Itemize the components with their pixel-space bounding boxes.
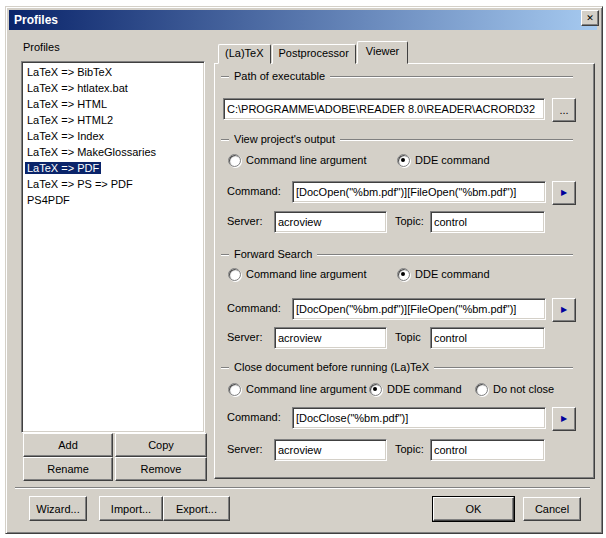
ok-button[interactable]: OK <box>433 497 514 521</box>
right-arrow-icon: ▶ <box>561 415 567 423</box>
close-donot-radio[interactable]: Do not close <box>475 383 554 395</box>
radio-icon <box>228 154 241 167</box>
view-dde-radio[interactable]: DDE command <box>397 154 490 166</box>
path-of-executable-group: Path of executable <box>221 71 573 83</box>
profiles-list-label: Profiles <box>23 41 60 53</box>
executable-path-input[interactable] <box>223 98 545 120</box>
footer-separator <box>15 487 590 489</box>
group-title: View project's output <box>229 133 340 145</box>
rename-button[interactable]: Rename <box>23 457 113 481</box>
server-label: Server: <box>227 215 262 227</box>
close-command-expand-button[interactable]: ▶ <box>552 407 576 431</box>
topic-label: Topic <box>395 331 421 343</box>
fwd-topic-input[interactable] <box>430 327 545 349</box>
viewer-tab-page: Path of executable ... View project's ou… <box>214 63 595 479</box>
radio-icon <box>475 383 488 396</box>
list-item[interactable]: LaTeX => HTML2 <box>22 112 204 128</box>
view-topic-input[interactable] <box>430 211 545 233</box>
radio-icon <box>369 383 382 396</box>
title-bar[interactable]: Profiles <box>9 10 597 30</box>
close-command-input[interactable] <box>292 407 546 429</box>
browse-button[interactable]: ... <box>552 98 576 122</box>
add-button[interactable]: Add <box>23 433 113 457</box>
topic-label: Topic: <box>395 443 424 455</box>
copy-button[interactable]: Copy <box>115 433 207 457</box>
profiles-dialog: Profiles ✕ Profiles LaTeX => BibTeX LaTe… <box>5 6 603 534</box>
server-label: Server: <box>227 331 262 343</box>
group-title: Path of executable <box>229 70 330 82</box>
radio-icon <box>397 154 410 167</box>
tab-viewer[interactable]: Viewer <box>357 41 408 64</box>
command-label: Command: <box>227 302 281 314</box>
close-icon: ✕ <box>586 14 594 23</box>
list-item[interactable]: LaTeX => MakeGlossaries <box>22 144 204 160</box>
view-output-group: View project's output <box>221 134 573 146</box>
radio-icon <box>228 383 241 396</box>
list-item-selected[interactable]: LaTeX => PDF <box>22 160 204 176</box>
list-item[interactable]: PS4PDF <box>22 192 204 208</box>
cancel-button[interactable]: Cancel <box>523 497 581 521</box>
tab-latex[interactable]: (La)TeX <box>218 44 271 64</box>
export-button[interactable]: Export... <box>163 496 230 521</box>
view-command-input[interactable] <box>292 181 546 203</box>
close-document-group: Close document before running (La)TeX <box>221 362 573 374</box>
remove-button[interactable]: Remove <box>115 457 207 481</box>
wizard-button[interactable]: Wizard... <box>29 496 87 521</box>
radio-icon <box>397 268 410 281</box>
list-item[interactable]: LaTeX => PS => PDF <box>22 176 204 192</box>
tab-strip: (La)TeX Postprocessor Viewer <box>218 43 409 64</box>
list-item[interactable]: LaTeX => htlatex.bat <box>22 80 204 96</box>
profiles-listbox[interactable]: LaTeX => BibTeX LaTeX => htlatex.bat LaT… <box>21 61 205 433</box>
group-title: Close document before running (La)TeX <box>229 361 434 373</box>
list-item[interactable]: LaTeX => BibTeX <box>22 64 204 80</box>
tab-postprocessor[interactable]: Postprocessor <box>272 44 356 64</box>
list-item[interactable]: LaTeX => HTML <box>22 96 204 112</box>
view-command-expand-button[interactable]: ▶ <box>552 181 576 205</box>
command-label: Command: <box>227 411 281 423</box>
close-dde-radio[interactable]: DDE command <box>369 383 462 395</box>
command-label: Command: <box>227 185 281 197</box>
fwd-cmdline-radio[interactable]: Command line argument <box>228 268 366 280</box>
import-button[interactable]: Import... <box>99 496 163 521</box>
view-cmdline-radio[interactable]: Command line argument <box>228 154 366 166</box>
topic-label: Topic: <box>395 215 424 227</box>
fwd-command-expand-button[interactable]: ▶ <box>552 298 576 322</box>
fwd-dde-radio[interactable]: DDE command <box>397 268 490 280</box>
close-cmdline-radio[interactable]: Command line argument <box>228 383 366 395</box>
server-label: Server: <box>227 443 262 455</box>
close-server-input[interactable] <box>274 439 387 461</box>
close-button[interactable]: ✕ <box>581 10 599 26</box>
list-item[interactable]: LaTeX => Index <box>22 128 204 144</box>
close-topic-input[interactable] <box>430 439 545 461</box>
group-title: Forward Search <box>229 248 317 260</box>
right-arrow-icon: ▶ <box>561 189 567 197</box>
view-server-input[interactable] <box>274 211 387 233</box>
right-arrow-icon: ▶ <box>561 306 567 314</box>
radio-icon <box>228 268 241 281</box>
fwd-command-input[interactable] <box>292 298 546 320</box>
forward-search-group: Forward Search <box>221 249 573 261</box>
fwd-server-input[interactable] <box>274 327 387 349</box>
window-title: Profiles <box>9 13 58 27</box>
